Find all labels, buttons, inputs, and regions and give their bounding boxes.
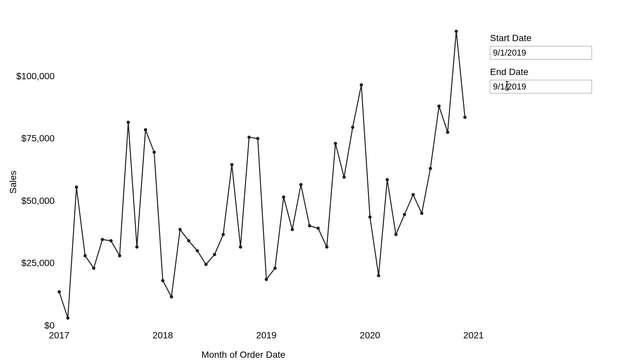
y-tick-label: $25,000 bbox=[21, 258, 59, 268]
data-point[interactable] bbox=[239, 245, 242, 249]
data-point[interactable] bbox=[334, 142, 337, 145]
data-point[interactable] bbox=[265, 278, 268, 281]
start-date-label: Start Date bbox=[490, 33, 595, 43]
data-point[interactable] bbox=[84, 254, 87, 257]
x-tick-label: 2021 bbox=[463, 326, 484, 341]
start-date-block: Start Date bbox=[490, 33, 595, 60]
data-point[interactable] bbox=[446, 131, 449, 134]
data-point[interactable] bbox=[360, 83, 363, 86]
end-date-block: End Date bbox=[490, 67, 595, 93]
data-point[interactable] bbox=[110, 239, 113, 242]
data-point[interactable] bbox=[325, 245, 329, 249]
data-point[interactable] bbox=[282, 196, 285, 199]
start-date-input[interactable] bbox=[490, 46, 592, 60]
data-point[interactable] bbox=[204, 263, 208, 266]
end-date-input[interactable] bbox=[490, 80, 592, 93]
data-point[interactable] bbox=[92, 267, 95, 270]
data-point[interactable] bbox=[230, 163, 233, 166]
end-date-label: End Date bbox=[490, 67, 595, 77]
sales-line-chart: Sales Month of Order Date $0$25,000$50,0… bbox=[0, 0, 487, 364]
data-point[interactable] bbox=[437, 105, 441, 108]
data-point[interactable] bbox=[222, 233, 225, 236]
sales-series-line bbox=[59, 31, 465, 318]
data-point[interactable] bbox=[213, 253, 216, 256]
data-point[interactable] bbox=[66, 316, 69, 320]
data-point[interactable] bbox=[170, 295, 173, 299]
data-point[interactable] bbox=[403, 213, 406, 216]
data-point[interactable] bbox=[463, 116, 467, 119]
data-point[interactable] bbox=[368, 215, 372, 219]
data-point[interactable] bbox=[308, 224, 311, 228]
data-point[interactable] bbox=[196, 249, 199, 253]
data-point[interactable] bbox=[342, 176, 346, 179]
date-filter-panel: Start Date End Date bbox=[490, 33, 595, 101]
y-tick-label: $75,000 bbox=[21, 133, 59, 144]
x-tick-label: 2019 bbox=[256, 326, 277, 341]
data-point[interactable] bbox=[273, 267, 277, 270]
data-point[interactable] bbox=[179, 228, 182, 231]
y-axis-title-text: Sales bbox=[8, 170, 18, 193]
data-point[interactable] bbox=[161, 279, 164, 282]
data-point[interactable] bbox=[75, 185, 78, 189]
data-point[interactable] bbox=[256, 137, 259, 140]
data-point[interactable] bbox=[248, 136, 251, 139]
x-axis-title: Month of Order Date bbox=[0, 350, 487, 360]
x-tick-label: 2020 bbox=[360, 326, 380, 341]
data-point[interactable] bbox=[299, 183, 303, 186]
data-point[interactable] bbox=[187, 239, 190, 242]
data-point[interactable] bbox=[127, 121, 130, 124]
data-point[interactable] bbox=[351, 126, 355, 129]
x-tick-label: 2018 bbox=[153, 326, 173, 341]
data-point[interactable] bbox=[118, 254, 121, 257]
data-point[interactable] bbox=[411, 193, 415, 196]
data-point[interactable] bbox=[101, 238, 104, 241]
data-point[interactable] bbox=[420, 212, 424, 215]
x-tick-label: 2017 bbox=[49, 326, 69, 341]
y-tick-label: $50,000 bbox=[21, 196, 59, 206]
y-tick-label: $100,000 bbox=[16, 71, 59, 82]
plot-svg bbox=[59, 26, 474, 326]
plot-area: $0$25,000$50,000$75,000$100,000201720182… bbox=[59, 26, 474, 326]
data-point[interactable] bbox=[377, 274, 380, 277]
y-axis-title: Sales bbox=[7, 0, 20, 364]
data-point[interactable] bbox=[135, 245, 138, 249]
data-point[interactable] bbox=[58, 290, 61, 294]
data-point[interactable] bbox=[144, 128, 147, 132]
data-point[interactable] bbox=[291, 228, 294, 231]
stage: Sales Month of Order Date $0$25,000$50,0… bbox=[0, 0, 636, 364]
data-point[interactable] bbox=[317, 227, 320, 230]
data-point[interactable] bbox=[394, 233, 398, 236]
data-point[interactable] bbox=[429, 167, 432, 170]
data-point[interactable] bbox=[153, 151, 156, 154]
data-point[interactable] bbox=[386, 178, 389, 181]
data-point[interactable] bbox=[455, 30, 458, 33]
